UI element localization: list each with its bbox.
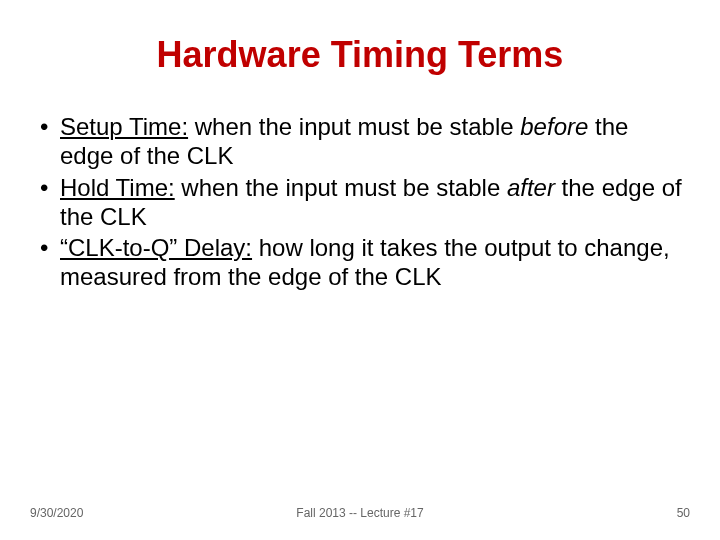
- slide-title: Hardware Timing Terms: [38, 34, 682, 76]
- text-part: when the input must be stable: [175, 174, 507, 201]
- bullet-list: • Setup Time: when the input must be sta…: [38, 112, 682, 292]
- bullet-text: Setup Time: when the input must be stabl…: [60, 112, 682, 171]
- bullet-item: • Setup Time: when the input must be sta…: [38, 112, 682, 171]
- footer-page-number: 50: [677, 506, 690, 520]
- bullet-marker: •: [38, 173, 60, 232]
- emphasis: before: [520, 113, 588, 140]
- bullet-marker: •: [38, 112, 60, 171]
- bullet-marker: •: [38, 233, 60, 292]
- bullet-item: • Hold Time: when the input must be stab…: [38, 173, 682, 232]
- slide-footer: 9/30/2020 Fall 2013 -- Lecture #17 50: [0, 506, 720, 520]
- text-part: when the input must be stable: [188, 113, 520, 140]
- bullet-text: Hold Time: when the input must be stable…: [60, 173, 682, 232]
- footer-lecture: Fall 2013 -- Lecture #17: [296, 506, 423, 520]
- term: “CLK-to-Q” Delay:: [60, 234, 252, 261]
- term: Setup Time:: [60, 113, 188, 140]
- footer-date: 9/30/2020: [30, 506, 83, 520]
- slide: Hardware Timing Terms • Setup Time: when…: [0, 0, 720, 540]
- bullet-text: “CLK-to-Q” Delay: how long it takes the …: [60, 233, 682, 292]
- bullet-item: • “CLK-to-Q” Delay: how long it takes th…: [38, 233, 682, 292]
- term: Hold Time:: [60, 174, 175, 201]
- emphasis: after: [507, 174, 555, 201]
